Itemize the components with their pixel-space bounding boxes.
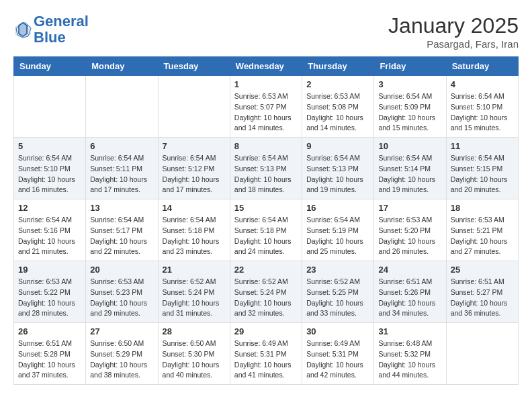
- weekday-header-sunday: Sunday: [14, 57, 86, 76]
- day-number: 4: [451, 79, 514, 89]
- calendar-cell: 9Sunrise: 6:54 AM Sunset: 5:13 PM Daylig…: [302, 138, 374, 199]
- day-number: 13: [90, 203, 153, 213]
- weekday-header-row: SundayMondayTuesdayWednesdayThursdayFrid…: [14, 57, 519, 76]
- weekday-header-friday: Friday: [374, 57, 446, 76]
- day-number: 7: [163, 141, 226, 151]
- logo: General Blue: [13, 13, 89, 46]
- calendar-cell: 2Sunrise: 6:53 AM Sunset: 5:08 PM Daylig…: [302, 76, 374, 138]
- day-number: 12: [18, 203, 81, 213]
- calendar-cell: 17Sunrise: 6:53 AM Sunset: 5:20 PM Dayli…: [374, 199, 446, 261]
- weekday-header-wednesday: Wednesday: [230, 57, 302, 76]
- calendar-table: SundayMondayTuesdayWednesdayThursdayFrid…: [13, 56, 519, 385]
- calendar-cell: 7Sunrise: 6:54 AM Sunset: 5:12 PM Daylig…: [158, 138, 230, 199]
- title-block: January 2025 Pasargad, Fars, Iran: [388, 13, 519, 50]
- calendar-cell: 31Sunrise: 6:48 AM Sunset: 5:32 PM Dayli…: [374, 323, 446, 385]
- calendar-cell: 18Sunrise: 6:53 AM Sunset: 5:21 PM Dayli…: [446, 199, 518, 261]
- day-info: Sunrise: 6:54 AM Sunset: 5:10 PM Dayligh…: [451, 91, 514, 134]
- location-subtitle: Pasargad, Fars, Iran: [388, 38, 519, 50]
- day-number: 31: [378, 326, 441, 336]
- calendar-cell: 15Sunrise: 6:54 AM Sunset: 5:18 PM Dayli…: [230, 199, 302, 261]
- calendar-cell: 6Sunrise: 6:54 AM Sunset: 5:11 PM Daylig…: [86, 138, 158, 199]
- calendar-cell: 27Sunrise: 6:50 AM Sunset: 5:29 PM Dayli…: [86, 323, 158, 385]
- weekday-header-thursday: Thursday: [302, 57, 374, 76]
- day-info: Sunrise: 6:53 AM Sunset: 5:22 PM Dayligh…: [18, 277, 81, 319]
- calendar-cell: 3Sunrise: 6:54 AM Sunset: 5:09 PM Daylig…: [374, 76, 446, 138]
- calendar-cell: 8Sunrise: 6:54 AM Sunset: 5:13 PM Daylig…: [230, 138, 302, 199]
- weekday-header-saturday: Saturday: [446, 57, 518, 76]
- calendar-cell: 13Sunrise: 6:54 AM Sunset: 5:17 PM Dayli…: [86, 199, 158, 261]
- day-info: Sunrise: 6:52 AM Sunset: 5:24 PM Dayligh…: [163, 277, 226, 319]
- day-info: Sunrise: 6:51 AM Sunset: 5:26 PM Dayligh…: [378, 277, 441, 319]
- month-title: January 2025: [388, 13, 519, 38]
- day-number: 2: [306, 79, 369, 89]
- day-number: 18: [451, 203, 514, 213]
- day-number: 3: [378, 79, 441, 89]
- day-info: Sunrise: 6:54 AM Sunset: 5:14 PM Dayligh…: [378, 153, 441, 195]
- day-info: Sunrise: 6:52 AM Sunset: 5:25 PM Dayligh…: [306, 277, 369, 319]
- day-info: Sunrise: 6:54 AM Sunset: 5:13 PM Dayligh…: [306, 153, 369, 195]
- calendar-week-row: 26Sunrise: 6:51 AM Sunset: 5:28 PM Dayli…: [14, 323, 519, 385]
- day-info: Sunrise: 6:54 AM Sunset: 5:15 PM Dayligh…: [451, 153, 514, 195]
- day-info: Sunrise: 6:51 AM Sunset: 5:28 PM Dayligh…: [18, 338, 81, 381]
- calendar-cell: 10Sunrise: 6:54 AM Sunset: 5:14 PM Dayli…: [374, 138, 446, 199]
- day-number: 19: [18, 265, 81, 275]
- calendar-cell: 28Sunrise: 6:50 AM Sunset: 5:30 PM Dayli…: [158, 323, 230, 385]
- day-number: 25: [451, 265, 514, 275]
- calendar-week-row: 5Sunrise: 6:54 AM Sunset: 5:10 PM Daylig…: [14, 138, 519, 199]
- day-info: Sunrise: 6:50 AM Sunset: 5:29 PM Dayligh…: [90, 338, 153, 381]
- logo-text: General Blue: [34, 13, 89, 46]
- day-info: Sunrise: 6:54 AM Sunset: 5:17 PM Dayligh…: [90, 215, 153, 257]
- day-number: 15: [234, 203, 298, 213]
- day-number: 22: [234, 265, 298, 275]
- day-number: 8: [234, 141, 298, 151]
- calendar-cell: 23Sunrise: 6:52 AM Sunset: 5:25 PM Dayli…: [302, 261, 374, 323]
- calendar-cell: [158, 76, 230, 138]
- day-info: Sunrise: 6:53 AM Sunset: 5:20 PM Dayligh…: [378, 215, 441, 257]
- day-info: Sunrise: 6:53 AM Sunset: 5:23 PM Dayligh…: [90, 277, 153, 319]
- calendar-cell: 22Sunrise: 6:52 AM Sunset: 5:24 PM Dayli…: [230, 261, 302, 323]
- calendar-week-row: 19Sunrise: 6:53 AM Sunset: 5:22 PM Dayli…: [14, 261, 519, 323]
- calendar-cell: 14Sunrise: 6:54 AM Sunset: 5:18 PM Dayli…: [158, 199, 230, 261]
- day-number: 20: [90, 265, 153, 275]
- day-number: 24: [378, 265, 441, 275]
- calendar-cell: 20Sunrise: 6:53 AM Sunset: 5:23 PM Dayli…: [86, 261, 158, 323]
- day-info: Sunrise: 6:54 AM Sunset: 5:09 PM Dayligh…: [378, 91, 441, 134]
- day-number: 16: [306, 203, 369, 213]
- day-number: 9: [306, 141, 369, 151]
- day-info: Sunrise: 6:54 AM Sunset: 5:11 PM Dayligh…: [90, 153, 153, 195]
- calendar-cell: [86, 76, 158, 138]
- calendar-cell: 5Sunrise: 6:54 AM Sunset: 5:10 PM Daylig…: [14, 138, 86, 199]
- calendar-cell: [14, 76, 86, 138]
- day-info: Sunrise: 6:49 AM Sunset: 5:31 PM Dayligh…: [234, 338, 298, 381]
- day-info: Sunrise: 6:53 AM Sunset: 5:08 PM Dayligh…: [306, 91, 369, 134]
- calendar-cell: 30Sunrise: 6:49 AM Sunset: 5:31 PM Dayli…: [302, 323, 374, 385]
- calendar-cell: 19Sunrise: 6:53 AM Sunset: 5:22 PM Dayli…: [14, 261, 86, 323]
- calendar-cell: 12Sunrise: 6:54 AM Sunset: 5:16 PM Dayli…: [14, 199, 86, 261]
- calendar-cell: 11Sunrise: 6:54 AM Sunset: 5:15 PM Dayli…: [446, 138, 518, 199]
- day-number: 5: [18, 141, 81, 151]
- calendar-cell: [446, 323, 518, 385]
- calendar-week-row: 1Sunrise: 6:53 AM Sunset: 5:07 PM Daylig…: [14, 76, 519, 138]
- day-info: Sunrise: 6:52 AM Sunset: 5:24 PM Dayligh…: [234, 277, 298, 319]
- day-info: Sunrise: 6:54 AM Sunset: 5:10 PM Dayligh…: [18, 153, 81, 195]
- day-number: 14: [163, 203, 226, 213]
- day-info: Sunrise: 6:54 AM Sunset: 5:13 PM Dayligh…: [234, 153, 298, 195]
- day-number: 10: [378, 141, 441, 151]
- calendar-cell: 29Sunrise: 6:49 AM Sunset: 5:31 PM Dayli…: [230, 323, 302, 385]
- calendar-cell: 25Sunrise: 6:51 AM Sunset: 5:27 PM Dayli…: [446, 261, 518, 323]
- day-number: 21: [163, 265, 226, 275]
- calendar-cell: 4Sunrise: 6:54 AM Sunset: 5:10 PM Daylig…: [446, 76, 518, 138]
- day-number: 23: [306, 265, 369, 275]
- weekday-header-tuesday: Tuesday: [158, 57, 230, 76]
- day-info: Sunrise: 6:54 AM Sunset: 5:18 PM Dayligh…: [163, 215, 226, 257]
- weekday-header-monday: Monday: [86, 57, 158, 76]
- day-info: Sunrise: 6:49 AM Sunset: 5:31 PM Dayligh…: [306, 338, 369, 381]
- page-header: General Blue January 2025 Pasargad, Fars…: [13, 13, 519, 50]
- calendar-cell: 1Sunrise: 6:53 AM Sunset: 5:07 PM Daylig…: [230, 76, 302, 138]
- day-number: 26: [18, 326, 81, 336]
- day-info: Sunrise: 6:53 AM Sunset: 5:21 PM Dayligh…: [451, 215, 514, 257]
- day-number: 29: [234, 326, 298, 336]
- day-number: 6: [90, 141, 153, 151]
- calendar-cell: 16Sunrise: 6:54 AM Sunset: 5:19 PM Dayli…: [302, 199, 374, 261]
- day-number: 17: [378, 203, 441, 213]
